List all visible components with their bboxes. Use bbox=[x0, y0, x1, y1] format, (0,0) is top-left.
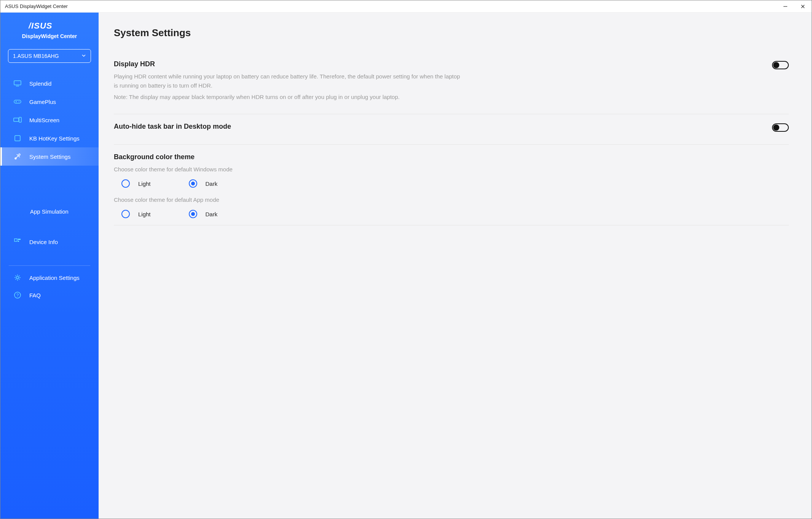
svg-text:/ISUS: /ISUS bbox=[29, 22, 52, 30]
svg-rect-15 bbox=[14, 239, 17, 241]
hdr-title: Display HDR bbox=[114, 60, 464, 68]
page-title: System Settings bbox=[114, 27, 789, 39]
svg-rect-4 bbox=[14, 81, 21, 85]
svg-text:?: ? bbox=[16, 293, 19, 297]
brand-product: DisplayWidget Center bbox=[0, 33, 99, 39]
sidebar-nav: Splendid GamePlus MultiScreen bbox=[0, 74, 99, 251]
radio-icon bbox=[121, 210, 130, 218]
sidebar-bottom: Application Settings ? FAQ bbox=[0, 269, 99, 304]
svg-point-14 bbox=[19, 154, 20, 155]
sidebar-item-kbhotkey[interactable]: KB HotKey Settings bbox=[0, 129, 99, 147]
taskbar-title: Auto-hide task bar in Desktop mode bbox=[114, 123, 231, 131]
device-info-icon bbox=[13, 238, 22, 246]
sidebar-item-label: Application Settings bbox=[29, 275, 80, 281]
help-icon: ? bbox=[13, 291, 22, 299]
asus-logo-icon: /ISUS bbox=[29, 22, 70, 30]
theme-app-light-option[interactable]: Light bbox=[121, 210, 151, 218]
sidebar-item-label: System Settings bbox=[29, 153, 70, 160]
theme-windows-light-option[interactable]: Light bbox=[121, 179, 151, 188]
section-autohide-taskbar: Auto-hide task bar in Desktop mode bbox=[114, 114, 789, 144]
hdr-description-2: Note: The display may appear black tempo… bbox=[114, 93, 464, 102]
svg-point-18 bbox=[16, 276, 19, 279]
theme-app-radio-group: Light Dark bbox=[114, 210, 789, 218]
sidebar-item-label: Device Info bbox=[29, 239, 58, 245]
sidebar-item-faq[interactable]: ? FAQ bbox=[0, 286, 99, 304]
sidebar-item-label: FAQ bbox=[29, 292, 41, 299]
keyboard-icon bbox=[13, 134, 22, 142]
section-divider bbox=[114, 225, 789, 225]
theme-app-label: Choose color theme for default App mode bbox=[114, 195, 464, 204]
gamepad-icon bbox=[13, 97, 22, 106]
theme-windows-dark-option[interactable]: Dark bbox=[189, 179, 218, 188]
radio-label: Light bbox=[138, 211, 151, 217]
sidebar-item-splendid[interactable]: Splendid bbox=[0, 74, 99, 93]
svg-rect-16 bbox=[18, 239, 21, 240]
sidebar-item-gameplus[interactable]: GamePlus bbox=[0, 93, 99, 111]
gear-icon bbox=[13, 273, 22, 282]
theme-title: Background color theme bbox=[114, 153, 789, 161]
titlebar: ASUS DisplayWidget Center bbox=[0, 0, 812, 13]
device-selector-value: 1.ASUS MB16AHG bbox=[13, 53, 59, 59]
close-button[interactable] bbox=[794, 0, 812, 12]
svg-rect-12 bbox=[15, 136, 20, 141]
device-selector[interactable]: 1.ASUS MB16AHG bbox=[8, 49, 91, 63]
hdr-description-1: Playing HDR content while running your l… bbox=[114, 72, 464, 90]
radio-icon bbox=[121, 179, 130, 188]
monitor-icon bbox=[13, 79, 22, 88]
sidebar-item-label: KB HotKey Settings bbox=[29, 135, 80, 142]
multiscreen-icon bbox=[13, 116, 22, 124]
window-title: ASUS DisplayWidget Center bbox=[5, 3, 68, 9]
tools-icon bbox=[13, 152, 22, 161]
sidebar-item-system-settings[interactable]: System Settings bbox=[0, 147, 99, 166]
theme-app-dark-option[interactable]: Dark bbox=[189, 210, 218, 218]
svg-rect-17 bbox=[18, 241, 19, 242]
window-controls bbox=[777, 0, 812, 12]
sidebar-divider bbox=[9, 265, 90, 266]
sidebar-item-label: MultiScreen bbox=[29, 117, 59, 123]
sidebar-item-label: GamePlus bbox=[29, 99, 56, 105]
minimize-button[interactable] bbox=[777, 0, 794, 12]
chevron-down-icon bbox=[81, 53, 86, 59]
sidebar-item-app-simulation[interactable]: App Simulation bbox=[0, 204, 99, 219]
brand: /ISUS DisplayWidget Center bbox=[0, 19, 99, 45]
sidebar-item-label: Splendid bbox=[29, 80, 51, 87]
main-content: System Settings Display HDR Playing HDR … bbox=[99, 13, 812, 519]
radio-icon bbox=[189, 210, 197, 218]
theme-windows-radio-group: Light Dark bbox=[114, 179, 789, 188]
radio-icon bbox=[189, 179, 197, 188]
svg-rect-6 bbox=[14, 100, 21, 103]
section-background-theme: Background color theme Choose color them… bbox=[114, 144, 789, 235]
sidebar-item-multiscreen[interactable]: MultiScreen bbox=[0, 111, 99, 129]
taskbar-toggle[interactable] bbox=[772, 123, 789, 132]
radio-label: Dark bbox=[206, 211, 218, 217]
theme-windows-label: Choose color theme for default Windows m… bbox=[114, 165, 464, 174]
section-display-hdr: Display HDR Playing HDR content while ru… bbox=[114, 57, 789, 114]
hdr-toggle[interactable] bbox=[772, 61, 789, 69]
sidebar-item-device-info[interactable]: Device Info bbox=[0, 233, 99, 251]
svg-point-9 bbox=[19, 101, 19, 102]
svg-rect-11 bbox=[19, 117, 21, 122]
radio-label: Dark bbox=[206, 180, 218, 187]
sidebar: /ISUS DisplayWidget Center 1.ASUS MB16AH… bbox=[0, 13, 99, 519]
radio-label: Light bbox=[138, 180, 151, 187]
sidebar-item-application-settings[interactable]: Application Settings bbox=[0, 269, 99, 286]
svg-rect-10 bbox=[14, 118, 19, 121]
sidebar-item-label: App Simulation bbox=[30, 208, 69, 215]
